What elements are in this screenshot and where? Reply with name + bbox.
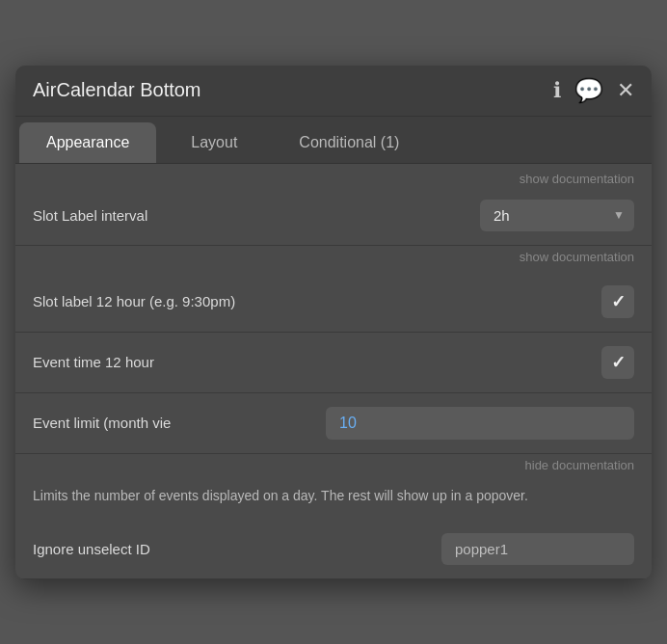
slot-label-12hour-label: Slot label 12 hour (e.g. 9:30pm) [33,293,601,309]
ignore-unselect-input[interactable] [441,533,634,565]
tab-appearance[interactable]: Appearance [19,122,156,163]
top-doc-link: show documentation [15,164,652,186]
event-limit-label: Event limit (month vie [33,415,326,431]
slot-label-interval-select-wrapper: 30m 1h 2h 3h 4h [480,200,634,231]
tabs-bar: Appearance Layout Conditional (1) [15,117,652,164]
event-limit-doc-text: Limits the number of events displayed on… [15,480,652,520]
slot-label-interval-row: Slot Label interval 30m 1h 2h 3h 4h [15,186,652,246]
slot-label-interval-select[interactable]: 30m 1h 2h 3h 4h [480,200,634,231]
event-limit-input[interactable] [326,407,634,440]
tab-conditional[interactable]: Conditional (1) [272,122,426,163]
panel-header: AirCalendar Bottom ℹ 💬 ✕ [15,66,652,117]
ignore-unselect-label: Ignore unselect ID [33,541,441,557]
slot-label-12hour-checkmark: ✓ [611,291,626,312]
event-time-12hour-row: Event time 12 hour ✓ [15,333,652,393]
event-time-12hour-control: ✓ [601,346,634,379]
panel: AirCalendar Bottom ℹ 💬 ✕ Appearance Layo… [15,66,652,579]
event-time-12hour-label: Event time 12 hour [33,354,601,370]
slot-label-interval-label: Slot Label interval [33,207,480,224]
event-time-12hour-checkmark: ✓ [611,352,626,373]
slot-label-interval-control: 30m 1h 2h 3h 4h [480,200,634,231]
event-time-12hour-checkbox[interactable]: ✓ [601,346,634,379]
panel-title: AirCalendar Bottom [33,79,553,101]
close-icon[interactable]: ✕ [617,80,634,101]
slot-label-12hour-row: Slot label 12 hour (e.g. 9:30pm) ✓ [15,272,652,333]
slot-label-12hour-checkbox[interactable]: ✓ [601,285,634,318]
header-icons: ℹ 💬 ✕ [553,79,634,102]
event-limit-doc-link[interactable]: hide documentation [15,454,652,480]
show-doc-top-link[interactable]: show documentation [520,172,634,186]
slot-label-12hour-control: ✓ [601,285,634,318]
tab-layout[interactable]: Layout [164,122,264,163]
ignore-unselect-row: Ignore unselect ID [15,520,652,579]
ignore-unselect-control [441,533,634,565]
info-icon[interactable]: ℹ [553,80,561,101]
slot-label-interval-doc-link[interactable]: show documentation [15,246,652,272]
event-limit-control [326,407,634,440]
comment-icon[interactable]: 💬 [574,79,603,102]
panel-body: show documentation Slot Label interval 3… [15,164,652,579]
event-limit-row: Event limit (month vie [15,393,652,454]
